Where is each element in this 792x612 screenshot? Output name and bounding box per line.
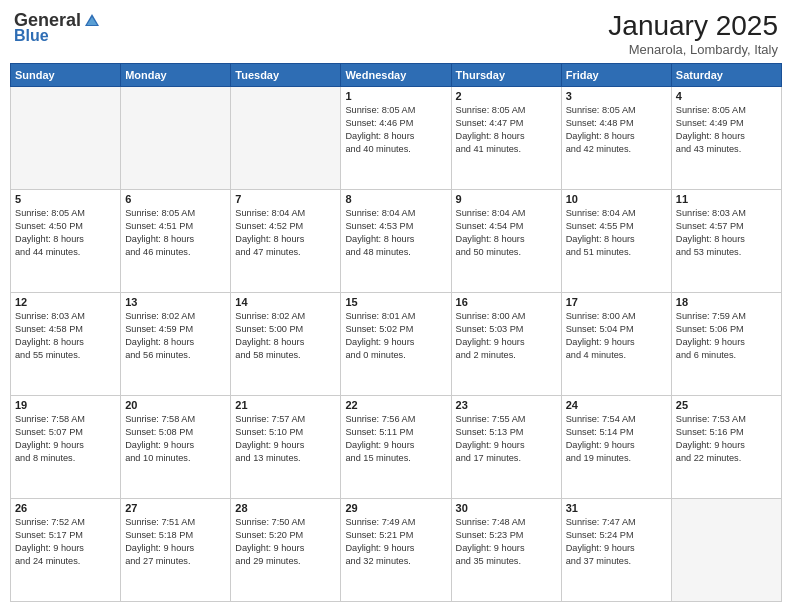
day-info: Sunrise: 7:47 AM Sunset: 5:24 PM Dayligh… [566,516,667,568]
calendar-week-row: 26Sunrise: 7:52 AM Sunset: 5:17 PM Dayli… [11,499,782,602]
table-row: 6Sunrise: 8:05 AM Sunset: 4:51 PM Daylig… [121,190,231,293]
day-info: Sunrise: 8:00 AM Sunset: 5:04 PM Dayligh… [566,310,667,362]
day-info: Sunrise: 8:05 AM Sunset: 4:48 PM Dayligh… [566,104,667,156]
day-number: 8 [345,193,446,205]
col-monday: Monday [121,64,231,87]
table-row: 4Sunrise: 8:05 AM Sunset: 4:49 PM Daylig… [671,87,781,190]
day-number: 10 [566,193,667,205]
calendar-week-row: 1Sunrise: 8:05 AM Sunset: 4:46 PM Daylig… [11,87,782,190]
table-row [121,87,231,190]
day-info: Sunrise: 7:49 AM Sunset: 5:21 PM Dayligh… [345,516,446,568]
day-info: Sunrise: 8:05 AM Sunset: 4:47 PM Dayligh… [456,104,557,156]
day-info: Sunrise: 8:01 AM Sunset: 5:02 PM Dayligh… [345,310,446,362]
table-row: 23Sunrise: 7:55 AM Sunset: 5:13 PM Dayli… [451,396,561,499]
day-number: 21 [235,399,336,411]
day-number: 7 [235,193,336,205]
day-number: 23 [456,399,557,411]
day-info: Sunrise: 7:56 AM Sunset: 5:11 PM Dayligh… [345,413,446,465]
table-row: 30Sunrise: 7:48 AM Sunset: 5:23 PM Dayli… [451,499,561,602]
page: General Blue January 2025 Menarola, Lomb… [0,0,792,612]
table-row: 31Sunrise: 7:47 AM Sunset: 5:24 PM Dayli… [561,499,671,602]
day-info: Sunrise: 8:03 AM Sunset: 4:57 PM Dayligh… [676,207,777,259]
day-info: Sunrise: 8:04 AM Sunset: 4:53 PM Dayligh… [345,207,446,259]
day-number: 13 [125,296,226,308]
logo: General Blue [14,10,101,45]
day-number: 18 [676,296,777,308]
day-number: 2 [456,90,557,102]
day-info: Sunrise: 7:48 AM Sunset: 5:23 PM Dayligh… [456,516,557,568]
col-saturday: Saturday [671,64,781,87]
day-info: Sunrise: 8:04 AM Sunset: 4:55 PM Dayligh… [566,207,667,259]
table-row: 7Sunrise: 8:04 AM Sunset: 4:52 PM Daylig… [231,190,341,293]
day-info: Sunrise: 7:54 AM Sunset: 5:14 PM Dayligh… [566,413,667,465]
col-tuesday: Tuesday [231,64,341,87]
day-number: 4 [676,90,777,102]
day-number: 15 [345,296,446,308]
day-number: 5 [15,193,116,205]
table-row [231,87,341,190]
table-row: 3Sunrise: 8:05 AM Sunset: 4:48 PM Daylig… [561,87,671,190]
col-sunday: Sunday [11,64,121,87]
table-row: 13Sunrise: 8:02 AM Sunset: 4:59 PM Dayli… [121,293,231,396]
table-row: 1Sunrise: 8:05 AM Sunset: 4:46 PM Daylig… [341,87,451,190]
location-text: Menarola, Lombardy, Italy [608,42,778,57]
day-number: 28 [235,502,336,514]
day-info: Sunrise: 8:04 AM Sunset: 4:54 PM Dayligh… [456,207,557,259]
day-number: 14 [235,296,336,308]
day-number: 24 [566,399,667,411]
day-info: Sunrise: 8:02 AM Sunset: 4:59 PM Dayligh… [125,310,226,362]
day-info: Sunrise: 8:05 AM Sunset: 4:51 PM Dayligh… [125,207,226,259]
day-info: Sunrise: 7:51 AM Sunset: 5:18 PM Dayligh… [125,516,226,568]
calendar-week-row: 5Sunrise: 8:05 AM Sunset: 4:50 PM Daylig… [11,190,782,293]
table-row: 5Sunrise: 8:05 AM Sunset: 4:50 PM Daylig… [11,190,121,293]
table-row: 29Sunrise: 7:49 AM Sunset: 5:21 PM Dayli… [341,499,451,602]
header: General Blue January 2025 Menarola, Lomb… [10,10,782,57]
day-number: 26 [15,502,116,514]
day-info: Sunrise: 8:03 AM Sunset: 4:58 PM Dayligh… [15,310,116,362]
day-number: 27 [125,502,226,514]
table-row: 25Sunrise: 7:53 AM Sunset: 5:16 PM Dayli… [671,396,781,499]
table-row: 28Sunrise: 7:50 AM Sunset: 5:20 PM Dayli… [231,499,341,602]
day-info: Sunrise: 7:58 AM Sunset: 5:07 PM Dayligh… [15,413,116,465]
day-number: 25 [676,399,777,411]
table-row: 10Sunrise: 8:04 AM Sunset: 4:55 PM Dayli… [561,190,671,293]
col-thursday: Thursday [451,64,561,87]
day-number: 22 [345,399,446,411]
calendar-header-row: Sunday Monday Tuesday Wednesday Thursday… [11,64,782,87]
logo-blue-text: Blue [14,27,49,44]
calendar-table: Sunday Monday Tuesday Wednesday Thursday… [10,63,782,602]
table-row [671,499,781,602]
day-info: Sunrise: 8:02 AM Sunset: 5:00 PM Dayligh… [235,310,336,362]
table-row: 27Sunrise: 7:51 AM Sunset: 5:18 PM Dayli… [121,499,231,602]
table-row: 11Sunrise: 8:03 AM Sunset: 4:57 PM Dayli… [671,190,781,293]
day-number: 31 [566,502,667,514]
day-info: Sunrise: 7:59 AM Sunset: 5:06 PM Dayligh… [676,310,777,362]
day-info: Sunrise: 8:05 AM Sunset: 4:50 PM Dayligh… [15,207,116,259]
calendar-week-row: 12Sunrise: 8:03 AM Sunset: 4:58 PM Dayli… [11,293,782,396]
table-row [11,87,121,190]
day-info: Sunrise: 8:00 AM Sunset: 5:03 PM Dayligh… [456,310,557,362]
table-row: 17Sunrise: 8:00 AM Sunset: 5:04 PM Dayli… [561,293,671,396]
day-info: Sunrise: 7:53 AM Sunset: 5:16 PM Dayligh… [676,413,777,465]
table-row: 21Sunrise: 7:57 AM Sunset: 5:10 PM Dayli… [231,396,341,499]
month-title: January 2025 [608,10,778,42]
day-number: 20 [125,399,226,411]
day-info: Sunrise: 7:52 AM Sunset: 5:17 PM Dayligh… [15,516,116,568]
table-row: 15Sunrise: 8:01 AM Sunset: 5:02 PM Dayli… [341,293,451,396]
day-info: Sunrise: 7:55 AM Sunset: 5:13 PM Dayligh… [456,413,557,465]
day-number: 1 [345,90,446,102]
day-number: 29 [345,502,446,514]
table-row: 24Sunrise: 7:54 AM Sunset: 5:14 PM Dayli… [561,396,671,499]
day-number: 12 [15,296,116,308]
title-block: January 2025 Menarola, Lombardy, Italy [608,10,778,57]
table-row: 18Sunrise: 7:59 AM Sunset: 5:06 PM Dayli… [671,293,781,396]
day-number: 17 [566,296,667,308]
table-row: 14Sunrise: 8:02 AM Sunset: 5:00 PM Dayli… [231,293,341,396]
day-number: 30 [456,502,557,514]
day-number: 11 [676,193,777,205]
col-friday: Friday [561,64,671,87]
day-number: 6 [125,193,226,205]
day-number: 16 [456,296,557,308]
day-info: Sunrise: 8:05 AM Sunset: 4:46 PM Dayligh… [345,104,446,156]
table-row: 20Sunrise: 7:58 AM Sunset: 5:08 PM Dayli… [121,396,231,499]
